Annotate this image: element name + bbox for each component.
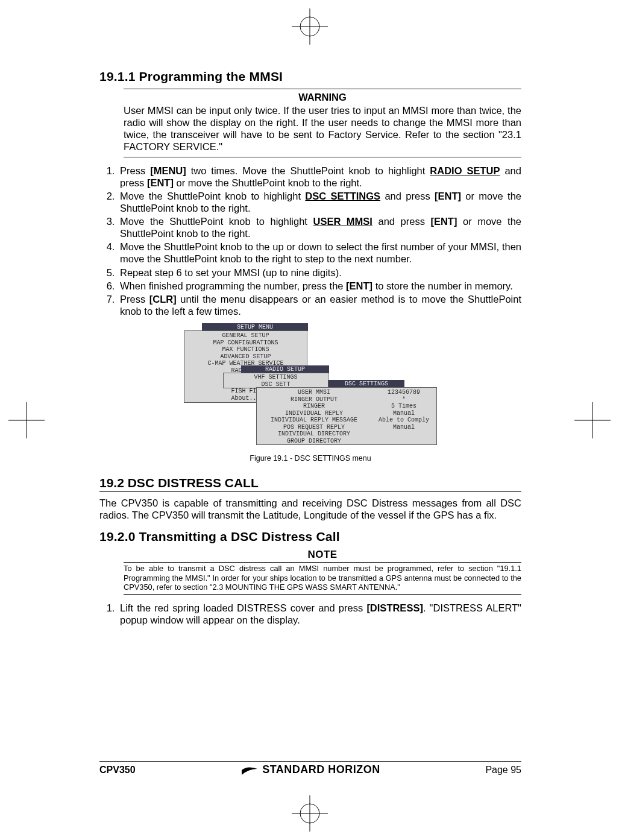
section-19-1-1-title: 19.1.1 Programming the MMSI xyxy=(99,69,521,84)
step-3: Move the ShuttlePoint knob to highlight … xyxy=(118,215,521,239)
page-footer: CPV350 STANDARD HORIZON Page 95 xyxy=(99,761,521,776)
crop-mark-right xyxy=(574,402,611,438)
step-2: Move the ShuttlePoint knob to highlight … xyxy=(118,190,521,214)
footer-brand: STANDARD HORIZON xyxy=(240,763,380,776)
crop-mark-left xyxy=(8,402,45,438)
figure-19-1: SETUP MENU GENERAL SETUP MAP CONFIGURATI… xyxy=(99,323,521,463)
step-5: Repeat step 6 to set your MMSI (up to ni… xyxy=(118,267,521,279)
step-1: Press [MENU] two times. Move the Shuttle… xyxy=(118,165,521,189)
figure-image: SETUP MENU GENERAL SETUP MAP CONFIGURATI… xyxy=(184,323,437,447)
warning-box: WARNING User MMSI can be input only twic… xyxy=(124,89,521,157)
step-7: Press [CLR] until the menu disappears or… xyxy=(118,293,521,317)
warning-body: User MMSI can be input only twice. If th… xyxy=(124,104,521,153)
crop-mark-bottom xyxy=(292,795,328,832)
note-box: NOTE To be able to transmit a DSC distre… xyxy=(124,549,521,595)
distress-steps-list: Lift the red spring loaded DISTRESS cove… xyxy=(99,602,521,626)
menu3-values: 123456789 * 5 Times Manual Able to Compl… xyxy=(371,388,436,445)
section-19-2-title: 19.2 DSC DISTRESS CALL xyxy=(99,476,521,492)
mmsi-steps-list: Press [MENU] two times. Move the Shuttle… xyxy=(99,165,521,318)
distress-step-1: Lift the red spring loaded DISTRESS cove… xyxy=(118,602,521,626)
footer-model: CPV350 xyxy=(99,765,136,775)
warning-heading: WARNING xyxy=(124,92,521,103)
section-19-2-0-title: 19.2.0 Transmitting a DSC Distress Call xyxy=(99,529,521,544)
step-4: Move the ShuttlePoint knob to the up or … xyxy=(118,241,521,265)
brand-swoosh-icon xyxy=(240,764,259,776)
footer-page-number: Page 95 xyxy=(485,765,521,775)
footer-brand-text: STANDARD HORIZON xyxy=(262,763,380,776)
figure-caption: Figure 19.1 - DSC SETTINGS menu xyxy=(99,454,521,463)
section-19-2-body: The CPV350 is capable of transmitting an… xyxy=(99,497,521,521)
step-6: When finished programming the number, pr… xyxy=(118,280,521,292)
crop-mark-top xyxy=(292,8,328,45)
menu2-items: VHF SETTINGS DSC SETT xyxy=(223,373,328,388)
note-heading: NOTE xyxy=(124,549,521,561)
menu3-labels: USER MMSI RINGER OUTPUT RINGER INDIVIDUA… xyxy=(257,388,371,445)
note-body: To be able to transmit a DSC distress ca… xyxy=(124,564,521,592)
menu3-box: USER MMSI RINGER OUTPUT RINGER INDIVIDUA… xyxy=(256,387,437,445)
